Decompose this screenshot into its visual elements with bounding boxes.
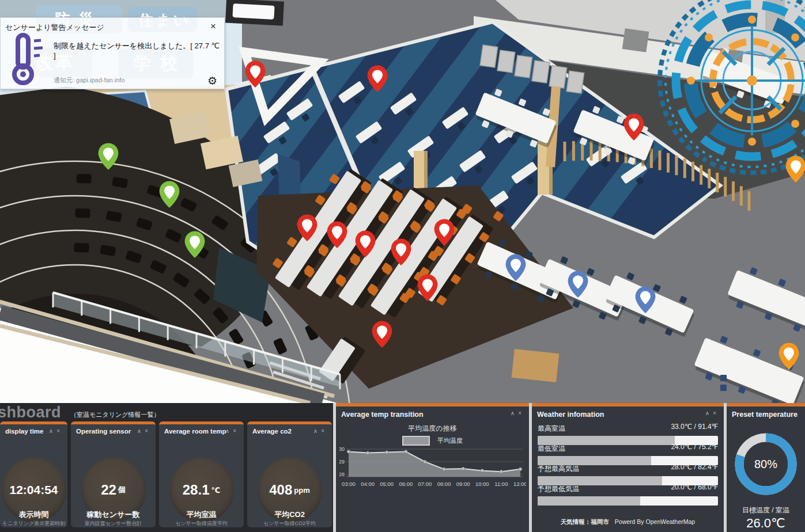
metric-unit: ℃ [211, 486, 220, 495]
metric-value: 22 [101, 482, 116, 498]
thermometer-icon [6, 33, 44, 86]
svg-text:10:00: 10:00 [475, 481, 489, 487]
preset-label: 目標温度 / 室温 [727, 506, 805, 515]
card-title: display time [5, 428, 43, 435]
metric-sublabel: センサー取得CO2平均 [247, 520, 332, 527]
svg-text:11:00: 11:00 [494, 481, 508, 487]
wall-display [225, 0, 284, 26]
close-icon[interactable]: × [518, 410, 525, 416]
weather-label: 最低室温 [538, 444, 565, 453]
dashboard-subtitle: （室温モニタリング情報一覧） [70, 411, 160, 419]
svg-text:30: 30 [339, 446, 345, 452]
metric-label: 平均CO2 [247, 510, 332, 520]
wood-box [512, 349, 560, 382]
svg-text:12:00: 12:00 [513, 481, 526, 487]
metric-unit: 個 [118, 485, 126, 495]
metric-label: 稼動センサー数 [71, 510, 156, 520]
preset-percent: 80% [730, 428, 802, 500]
preset-donut: 80% [730, 428, 802, 502]
alert-title: センサーより警告メッセージ [5, 22, 104, 33]
metric-sublabel: センサー取得温度平均 [159, 520, 244, 527]
collapse-icon[interactable]: ∧ [49, 428, 56, 434]
weather-bar [538, 496, 718, 506]
digital-twin-dashboard: 防 災住まい改革学 校 [0, 0, 805, 532]
weather-row: 最低室温 24.0℃ / 75.2℉ [538, 443, 718, 465]
weather-label: 予想最低気温 [538, 485, 579, 493]
alert-source: 通知元: gapi.ipad-fan.info [54, 76, 125, 85]
weather-label: 予想最高気温 [538, 465, 579, 473]
card-average-co2: Average co2 ∧× 408ppm 平均CO2 センサー取得CO2平均 [247, 421, 332, 527]
close-icon[interactable]: × [321, 428, 328, 434]
metric-value: 408 [269, 482, 292, 498]
collapse-icon[interactable]: ∧ [705, 410, 713, 416]
panel-preset-temperature: Preset temperature 80% 目標温度 / 室温 26.0℃ [727, 403, 805, 532]
svg-text:03:00: 03:00 [342, 481, 356, 487]
weather-row: 最高室温 33.0℃ / 91.4℉ [538, 423, 718, 445]
weather-footer: 天気情報：福岡市Powerd By OpenWeatherMap [532, 518, 724, 526]
close-icon[interactable]: × [713, 410, 720, 416]
card-title: Operating sensor [76, 428, 131, 435]
card-average-room-temp: Average room temp ∧× 28.1℃ 平均室温 センサー取得温度… [159, 421, 244, 527]
card-operating-sensor: Operating sensor ∧× 22個 稼動センサー数 室内設置センサー… [71, 421, 156, 527]
temp-transition-chart: 30292803:0004:0005:0006:0007:0008:0009:0… [339, 444, 526, 500]
close-icon[interactable]: × [56, 428, 63, 434]
metric-value: 28.1 [183, 482, 210, 498]
close-icon[interactable]: × [145, 428, 152, 434]
weather-value: 20.0℃ / 68.0℉ [671, 483, 718, 491]
card-title: Average co2 [252, 428, 292, 435]
panel-weather: Weather infomation ∧× 最高室温 33.0℃ / 91.4℉… [532, 403, 724, 532]
weather-value: 28.0℃ / 82.4℉ [671, 463, 718, 471]
panel-title: Preset temperature [732, 411, 798, 419]
svg-text:05:00: 05:00 [380, 481, 394, 487]
metric-unit: ppm [294, 486, 309, 495]
metric-sublabel: モニタリング表示更新時刻 [0, 520, 67, 527]
svg-text:07:00: 07:00 [418, 481, 432, 487]
dashboard-bar: shboard （室温モニタリング情報一覧） display time ∧× 1… [0, 403, 805, 532]
metric-label: 表示時間 [0, 510, 67, 520]
sensor-alert-popup: センサーより警告メッセージ × 制限を越えたセンサーを検出しました。[ 27.7… [0, 17, 225, 89]
metric-value: 12:04:54 [9, 483, 58, 497]
svg-text:08:00: 08:00 [437, 481, 451, 487]
dashboard-title: shboard [0, 404, 61, 421]
preset-value: 26.0℃ [727, 516, 805, 531]
svg-text:09:00: 09:00 [456, 481, 470, 487]
metric-sublabel: 室内設置センサー数合計 [71, 520, 156, 527]
collapse-icon[interactable]: ∧ [225, 428, 233, 434]
collapse-icon[interactable]: ∧ [313, 428, 321, 434]
svg-text:28: 28 [339, 472, 345, 477]
panel-temp-transition: Average temp transition ∧× 平均温度の推移 平均温度 … [336, 403, 529, 532]
collapse-icon[interactable]: ∧ [137, 428, 145, 434]
alert-message: 制限を越えたセンサーを検出しました。[ 27.7 ℃ ] [54, 41, 221, 60]
close-icon[interactable]: × [233, 428, 240, 434]
weather-value: 24.0℃ / 75.2℉ [671, 443, 718, 451]
collapse-icon[interactable]: ∧ [511, 410, 518, 416]
svg-text:06:00: 06:00 [399, 481, 413, 487]
chart-title: 平均温度の推移 [336, 424, 529, 434]
card-title: Average room temp [164, 428, 226, 435]
weather-provider: Powerd By OpenWeatherMap [615, 518, 695, 525]
svg-text:04:00: 04:00 [361, 481, 375, 487]
svg-text:29: 29 [339, 459, 345, 465]
weather-row: 予想最低気温 20.0℃ / 68.0℉ [538, 483, 718, 506]
panel-title: Average temp transition [341, 411, 424, 419]
weather-row: 予想最高気温 28.0℃ / 82.4℉ [538, 463, 718, 485]
weather-value: 33.0℃ / 91.4℉ [671, 423, 718, 431]
gear-icon[interactable]: ⚙ [207, 75, 217, 86]
panel-title: Weather infomation [537, 411, 604, 419]
weather-city: 天気情報：福岡市 [561, 518, 609, 525]
metric-label: 平均室温 [159, 510, 244, 520]
card-display-time: display time ∧× 12:04:54 表示時間 モニタリング表示更新… [0, 421, 67, 527]
close-icon[interactable]: × [210, 21, 216, 31]
weather-label: 最高室温 [538, 424, 565, 432]
